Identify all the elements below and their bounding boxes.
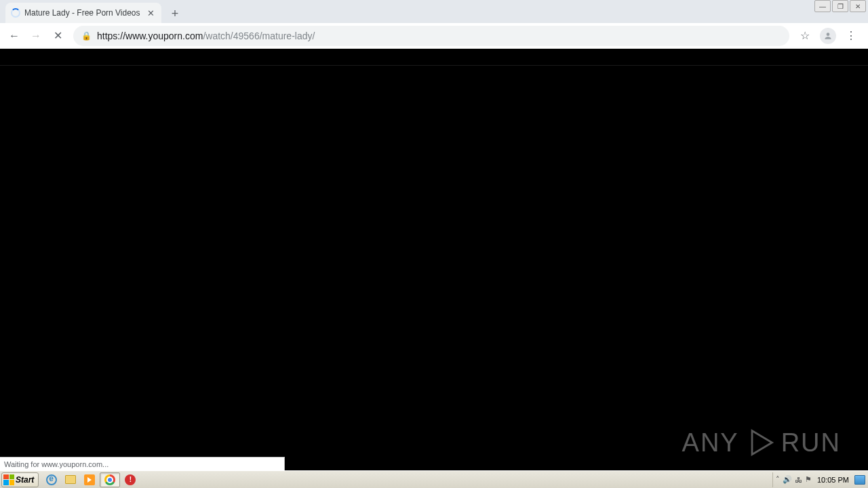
play-outline-icon <box>745 427 776 458</box>
bookmark-star-icon[interactable]: ☆ <box>795 26 815 46</box>
start-button[interactable]: Start <box>1 472 39 487</box>
tray-expand-icon[interactable]: ˄ <box>776 475 780 484</box>
profile-button[interactable] <box>818 26 838 46</box>
action-flag-icon[interactable]: ⚑ <box>805 475 812 484</box>
url-host: https://www.youporn.com <box>97 30 203 41</box>
network-icon[interactable]: 🖧 <box>795 476 802 484</box>
url-text: https://www.youporn.com/watch/49566/matu… <box>97 30 315 41</box>
back-button[interactable]: ← <box>4 26 24 46</box>
svg-point-0 <box>827 33 830 36</box>
tab-title: Mature Lady - Free Porn Videos - Yo <box>24 8 142 18</box>
watermark-right: RUN <box>781 428 841 458</box>
stop-reload-button[interactable]: ✕ <box>47 26 68 46</box>
taskbar-clock[interactable]: 10:05 PM <box>814 476 852 484</box>
ie-shortcut[interactable] <box>43 472 60 487</box>
media-player-icon <box>84 474 95 485</box>
windows-taskbar: Start ! ˄ 🔊 🖧 ⚑ 10:05 PM <box>0 470 868 488</box>
svg-marker-1 <box>752 431 772 455</box>
chrome-icon <box>104 474 115 485</box>
folder-icon <box>65 475 76 484</box>
forward-button[interactable]: → <box>26 26 46 46</box>
tab-close-button[interactable]: ✕ <box>146 8 156 18</box>
window-controls: — ❐ ✕ <box>814 0 866 12</box>
status-bar: Waiting for www.youporn.com... <box>0 457 285 470</box>
maximize-button[interactable]: ❐ <box>832 0 848 12</box>
show-desktop-button[interactable] <box>854 475 865 485</box>
media-player-shortcut[interactable] <box>81 472 98 487</box>
browser-window: — ❐ ✕ Mature Lady - Free Porn Videos - Y… <box>0 0 868 470</box>
volume-icon[interactable]: 🔊 <box>783 475 792 484</box>
close-window-button[interactable]: ✕ <box>850 0 866 12</box>
browser-toolbar: ← → ✕ 🔒 https://www.youporn.com/watch/49… <box>0 23 868 49</box>
page-top-bar <box>0 49 868 66</box>
start-label: Start <box>16 475 34 485</box>
red-circle-icon: ! <box>125 474 136 485</box>
ie-icon <box>46 474 57 485</box>
explorer-shortcut[interactable] <box>62 472 79 487</box>
chrome-task[interactable] <box>100 472 120 487</box>
menu-button[interactable]: ⋮ <box>841 26 861 46</box>
tab-strip: Mature Lady - Free Porn Videos - Yo ✕ + <box>0 0 868 23</box>
lock-icon: 🔒 <box>81 31 92 41</box>
address-bar[interactable]: 🔒 https://www.youporn.com/watch/49566/ma… <box>73 26 789 46</box>
anyrun-watermark: ANY RUN <box>682 427 841 458</box>
system-tray: ˄ 🔊 🖧 ⚑ 10:05 PM <box>772 472 868 487</box>
url-path: /watch/49566/mature-lady/ <box>203 30 315 41</box>
windows-logo-icon <box>3 474 14 485</box>
loading-spinner-icon <box>11 8 20 18</box>
quicklaunch: ! <box>43 472 139 487</box>
page-content: ANY RUN Waiting for www.youporn.com... <box>0 66 868 470</box>
toolbar-right: ☆ ⋮ <box>795 26 864 46</box>
minimize-button[interactable]: — <box>814 0 831 12</box>
red-app-task[interactable]: ! <box>121 472 139 487</box>
browser-tab[interactable]: Mature Lady - Free Porn Videos - Yo ✕ <box>5 3 161 23</box>
avatar-icon <box>820 28 836 44</box>
watermark-left: ANY <box>682 428 739 458</box>
new-tab-button[interactable]: + <box>165 4 184 23</box>
